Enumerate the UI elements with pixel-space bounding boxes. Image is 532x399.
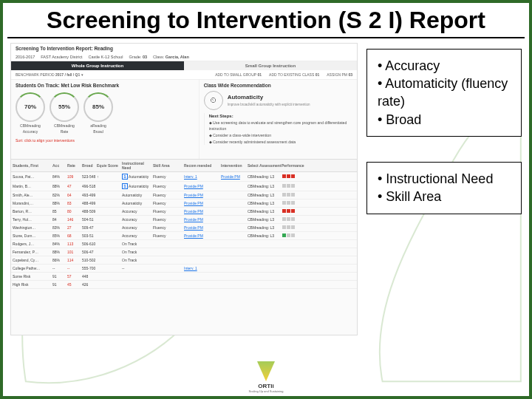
automaticity-label: Automaticity xyxy=(228,94,310,100)
next-steps-label: Next Steps: xyxy=(209,113,352,119)
grade-label: Grade: xyxy=(129,55,142,59)
grade-value: 03 xyxy=(143,55,147,59)
ortii-logo: ORTIi Scaling Up and Sustaining xyxy=(245,359,287,393)
on-track-heading: Students On Track: Met Low Risk Benchmar… xyxy=(16,83,194,88)
gauge-rate-sub: Rate xyxy=(50,129,79,134)
smallgroup-label: ADD TO SMALL GROUP xyxy=(215,72,256,77)
table-row[interactable]: Rodgers, J…84%113506-610 On Track xyxy=(11,240,357,248)
table-row[interactable]: Sousa, Pat…84%109523-548↑1 AutomaticityF… xyxy=(11,172,357,182)
table-row[interactable]: Washington…83%27509-47 AccuracyFluencyPr… xyxy=(11,224,357,232)
gauge-broad-sub: Broad xyxy=(83,129,113,134)
smallgroup-value[interactable]: 01 xyxy=(258,72,262,77)
table-row[interactable]: Copeland, Cy…86%114510-502 On Track xyxy=(11,256,357,265)
gauge-broad-label: aReading xyxy=(83,123,113,128)
district-value: FAST Academy District xyxy=(41,55,82,59)
logo-sub: Scaling Up and Sustaining xyxy=(245,389,287,393)
table-row[interactable]: College Pathw…----555-700 --Interv. 1 xyxy=(11,265,357,273)
col-acc[interactable]: Acc xyxy=(52,163,67,168)
col-int[interactable]: Intervention xyxy=(221,163,248,168)
gauge-rate-label: CBMreading xyxy=(50,123,79,128)
col-rate[interactable]: Rate xyxy=(67,163,82,168)
report-title: Screening To Intervention Report: Readin… xyxy=(11,44,357,53)
class-label: Class: xyxy=(153,55,164,59)
report-breadcrumb: 2016-2017 FAST Academy District Castle K… xyxy=(11,53,357,61)
col-equiv[interactable]: Equiv Score xyxy=(97,163,122,168)
gauge-accuracy-sub: Accuracy xyxy=(16,129,45,134)
col-broad[interactable]: Broad xyxy=(82,163,97,168)
tab-small-group[interactable]: Small Group Instruction xyxy=(184,61,357,70)
gauge-rate: 55% xyxy=(50,92,79,122)
kpi-area: Students On Track: Met Low Risk Benchmar… xyxy=(11,80,357,160)
table-row[interactable]: Fernandez, P…88%101506-47 On Track xyxy=(11,248,357,256)
gauge-accuracy: 70% xyxy=(16,92,45,122)
col-need[interactable]: Instructional Need xyxy=(122,161,153,170)
assign-pm-label: ASSIGN PM xyxy=(327,72,347,77)
col-perf[interactable]: Performance xyxy=(282,163,313,168)
filters-bar: BENCHMARK PERIOD 2017 / fall / Q1 ▾ ADD … xyxy=(11,70,357,80)
col-skill[interactable]: Skill Area xyxy=(153,163,184,168)
bullet-skill-area: Skill Area xyxy=(378,188,511,205)
class-recommend-heading: Class Wide Recommendation xyxy=(204,83,352,88)
next-step-2: Consider a class-wide intervention xyxy=(209,133,352,138)
callout-box-columns: Instructional Need Skill Area xyxy=(366,162,522,214)
students-table-header: Students, First Acc Rate Broad Equiv Sco… xyxy=(11,160,357,172)
gauge-accuracy-label: CBMreading xyxy=(16,123,45,128)
bullet-accuracy: Accuracy xyxy=(378,57,511,75)
benchmark-value[interactable]: 2017 / fall / Q1 xyxy=(55,72,80,77)
class-add-label: ADD TO EXISTING CLASS xyxy=(269,72,314,77)
content-area: Screening To Intervention Report: Readin… xyxy=(3,43,529,338)
class-add-value[interactable]: 01 xyxy=(316,72,320,77)
bullet-instructional-need: Instructional Need xyxy=(378,170,511,188)
page-title: Screening to Intervention (S 2 I) Report xyxy=(3,3,529,37)
automaticity-sub: Improve broad/skill automaticity with ex… xyxy=(228,103,310,106)
col-student[interactable]: Students, First xyxy=(13,163,52,168)
logo-text: ORTIi xyxy=(245,383,287,389)
logo-mark-icon xyxy=(251,359,281,381)
table-row[interactable]: Morandini,…88%83488-499 AutomaticityFlue… xyxy=(11,200,357,208)
table-row[interactable]: Smith, Ale…82%64493-499 AutomaticityFlue… xyxy=(11,191,357,200)
table-row[interactable]: Martin, B…88%47496-5181 AutomaticityFlue… xyxy=(11,182,357,191)
col-assess[interactable]: Select Assessment xyxy=(248,163,282,168)
callouts-column: Accuracy Automaticity (fluency rate) Bro… xyxy=(366,43,522,335)
table-row[interactable]: Some Risk9157448 xyxy=(11,273,357,281)
benchmark-label: BENCHMARK PERIOD xyxy=(16,72,55,77)
bullet-broad: Broad xyxy=(378,111,511,129)
tab-whole-group[interactable]: Whole Group Instruction xyxy=(11,61,184,70)
instruction-tabs: Whole Group Instruction Small Group Inst… xyxy=(11,61,357,70)
period-value: 2016-2017 xyxy=(16,55,35,59)
title-underline xyxy=(7,37,525,38)
table-row[interactable]: High Risk9145426 xyxy=(11,281,357,289)
callout-box-metrics: Accuracy Automaticity (fluency rate) Bro… xyxy=(366,49,522,137)
students-table-body: Sousa, Pat…84%109523-548↑1 AutomaticityF… xyxy=(11,172,357,289)
table-row[interactable]: Terry, Hol…84146504-51 AccuracyFluencyPr… xyxy=(11,216,357,224)
assign-pm-value[interactable]: 03 xyxy=(348,72,352,77)
sort-callout[interactable]: Sort: click to align your interventions xyxy=(16,138,194,143)
next-step-3: Consider recently administered assessmen… xyxy=(209,140,352,145)
school-value: Castle K-12 School xyxy=(88,55,123,59)
speedometer-icon: ⏲ xyxy=(204,91,223,110)
slide: Screening to Intervention (S 2 I) Report… xyxy=(0,0,532,399)
next-step-1: Use screening data to evaluate and stren… xyxy=(209,120,352,132)
gauge-broad: 85% xyxy=(83,92,113,122)
teacher-value: Garcia, Alan xyxy=(166,55,189,59)
table-row[interactable]: Barton, R…8580488-509 AccuracyFluencyPro… xyxy=(11,208,357,216)
report-screenshot: Screening To Intervention Report: Readin… xyxy=(10,43,358,335)
col-rec[interactable]: Recom mended xyxy=(184,163,221,168)
table-row[interactable]: Stone, Dom…85%68503-51 AccuracyFluencyPr… xyxy=(11,232,357,240)
bullet-automaticity: Automaticity (fluency rate) xyxy=(378,75,511,111)
